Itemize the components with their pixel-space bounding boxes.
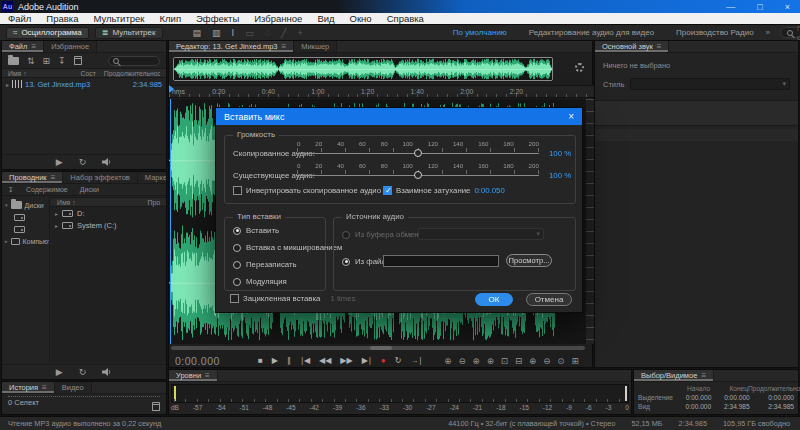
browse-button[interactable]: Просмотр... bbox=[506, 254, 552, 267]
workspace-overflow-button[interactable]: » bbox=[766, 28, 770, 37]
fast-forward-button[interactable]: ▶▶ bbox=[340, 356, 352, 365]
preview-play-button[interactable]: ▶ bbox=[56, 367, 63, 377]
subtab-drives[interactable]: Диски bbox=[80, 186, 99, 193]
ok-button[interactable]: ОК bbox=[475, 293, 513, 306]
tab-favorites[interactable]: Избранное bbox=[44, 41, 97, 52]
workspace-default[interactable]: По умолчанию bbox=[453, 28, 507, 37]
invert-copied-checkbox[interactable]: Инвертировать скопированное аудио bbox=[233, 186, 381, 195]
zoom-in-vertical-button[interactable]: ⊕ bbox=[529, 356, 536, 366]
radio-icon[interactable] bbox=[233, 261, 241, 269]
existing-audio-slider[interactable]: 020406080100120140160180200 bbox=[297, 162, 539, 178]
copied-audio-slider[interactable]: 020406080100120140160180200 bbox=[297, 140, 539, 156]
time-selection-tool-icon[interactable]: Ⅰ bbox=[232, 28, 235, 38]
play-button[interactable]: ▶ bbox=[272, 356, 278, 365]
level-meter[interactable] bbox=[171, 384, 629, 403]
files-search-input[interactable] bbox=[108, 56, 160, 66]
zoom-settings-button[interactable]: ⊞ bbox=[571, 356, 578, 366]
horizontal-scrollbar[interactable] bbox=[171, 346, 585, 350]
tab-mixer[interactable]: Микшер bbox=[294, 41, 337, 52]
speaker-icon[interactable] bbox=[102, 368, 112, 376]
playhead-marker[interactable] bbox=[169, 85, 174, 93]
amplitude-ruler[interactable] bbox=[586, 99, 594, 344]
copied-audio-value[interactable]: 100 % bbox=[549, 149, 571, 158]
rewind-button[interactable]: ◀◀ bbox=[319, 356, 331, 365]
restore-button[interactable]: □ bbox=[757, 2, 762, 12]
panel-menu-icon[interactable]: ≡ bbox=[657, 42, 662, 51]
crossfade-value[interactable]: 0:00.050 bbox=[474, 186, 504, 195]
spectral-display-icon[interactable]: ▤ bbox=[193, 28, 202, 38]
drive-row-c[interactable]: ▸ System (C:) bbox=[51, 219, 166, 231]
help-search-input[interactable]: Поиск в справке bbox=[780, 27, 800, 38]
loop-playback-button[interactable]: ↻ bbox=[395, 356, 402, 365]
crossfade-checkbox[interactable]: Взаимное затухание 0:00.050 bbox=[383, 186, 505, 195]
panel-menu-icon[interactable]: ≡ bbox=[701, 371, 706, 380]
drive-row-d[interactable]: ▸ D: bbox=[51, 207, 166, 219]
menu-item[interactable]: Мультитрек bbox=[93, 13, 144, 24]
tab-essential-sound[interactable]: Основной звук ≡ bbox=[595, 41, 669, 52]
zoom-in-at-outpoint-button[interactable]: ⊕ bbox=[487, 356, 494, 366]
zoom-full-button[interactable]: ⊟ bbox=[515, 356, 522, 366]
insert-to-multitrack-icon[interactable]: ↧ bbox=[58, 56, 66, 66]
brush-tool-icon[interactable]: ╱ bbox=[281, 28, 286, 38]
healing-tool-icon[interactable]: + bbox=[297, 28, 302, 38]
panel-menu-icon[interactable]: ≡ bbox=[282, 42, 287, 51]
skip-to-end-button[interactable]: ▶∣ bbox=[362, 356, 372, 365]
tree-item-computer[interactable]: ▸ Компьютер bbox=[2, 235, 49, 247]
paste-type-mix-radio[interactable]: Вставка с микшированием bbox=[233, 243, 342, 252]
radio-selected-icon[interactable] bbox=[233, 227, 241, 235]
panel-menu-icon[interactable]: ≡ bbox=[51, 173, 56, 182]
record-button[interactable]: ● bbox=[381, 356, 386, 365]
delete-file-icon[interactable] bbox=[74, 56, 82, 65]
existing-audio-value[interactable]: 100 % bbox=[549, 171, 571, 180]
row-expander-icon[interactable]: ▸ bbox=[55, 210, 58, 217]
radio-icon[interactable] bbox=[233, 244, 241, 252]
speaker-icon[interactable] bbox=[102, 158, 112, 166]
loop-paste-checkbox[interactable]: Зацикленная вставка 1 times bbox=[230, 294, 356, 303]
panel-menu-icon[interactable]: ≡ bbox=[31, 42, 36, 51]
row-expander-icon[interactable]: ▸ bbox=[6, 81, 9, 88]
zoom-out-vertical-button[interactable]: ⊖ bbox=[543, 356, 550, 366]
skip-selection-button[interactable]: →∣ bbox=[410, 356, 422, 365]
tab-selection-view[interactable]: Выбор/Видимое ≡ bbox=[634, 370, 714, 381]
zoom-to-selection-button[interactable]: ⊡ bbox=[501, 356, 508, 366]
new-file-icon[interactable]: ⊞ bbox=[43, 56, 51, 66]
tree-expander-icon[interactable]: ▸ bbox=[5, 238, 8, 244]
files-column-headers[interactable]: Имя ↑ Сост Продолжительнос bbox=[2, 68, 166, 78]
lasso-tool-icon[interactable]: ◌ bbox=[265, 28, 270, 38]
file-path-input[interactable] bbox=[383, 255, 499, 267]
tab-video[interactable]: Видео bbox=[55, 382, 92, 393]
pause-button[interactable]: ∥ bbox=[287, 356, 291, 365]
tree-item-drive-d[interactable] bbox=[2, 211, 49, 223]
tab-files[interactable]: Файл ≡ bbox=[2, 41, 44, 52]
from-clipboard-radio[interactable]: Из буфера обмена bbox=[342, 230, 423, 239]
menu-item[interactable]: Справка bbox=[387, 13, 424, 24]
history-item[interactable]: 0 Селект bbox=[2, 397, 166, 408]
tab-editor[interactable]: Редактор: 13. Get Jinxed.mp3 ≡ bbox=[169, 41, 294, 52]
minimize-button[interactable]: — bbox=[726, 2, 735, 12]
tab-levels[interactable]: Уровни ≡ bbox=[169, 370, 218, 381]
menu-item[interactable]: Клип bbox=[160, 13, 182, 24]
paste-type-insert-radio[interactable]: Вставить bbox=[233, 226, 279, 235]
row-expander-icon[interactable]: ▸ bbox=[55, 222, 58, 229]
open-file-icon[interactable] bbox=[8, 57, 19, 65]
close-button[interactable]: × bbox=[785, 2, 790, 12]
marquee-tool-icon[interactable]: ▭ bbox=[245, 28, 254, 38]
panel-menu-icon[interactable]: ≡ bbox=[205, 371, 210, 380]
file-row[interactable]: ▸ 13. Get Jinxed.mp3 2:34.985 bbox=[2, 78, 166, 90]
zoom-reset-button[interactable]: ⊙ bbox=[557, 356, 564, 366]
tab-markers[interactable]: Маркеры bbox=[138, 172, 166, 183]
zoom-navigator[interactable] bbox=[173, 57, 553, 81]
copied-audio-slider-thumb[interactable] bbox=[414, 149, 422, 157]
selection-row[interactable]: Выделение 0:00.000 0:00.000 0:00.000 bbox=[638, 393, 794, 402]
menu-item[interactable]: Избранное bbox=[254, 13, 302, 24]
dialog-titlebar[interactable]: Вставить микс × bbox=[216, 108, 582, 125]
pitch-display-icon[interactable]: ▥ bbox=[212, 28, 221, 38]
menu-item[interactable]: Окно bbox=[350, 13, 372, 24]
workspace-radio-production[interactable]: Производство Радио bbox=[676, 28, 754, 37]
playhead-time[interactable]: 0:00.000 bbox=[175, 355, 220, 367]
paste-type-overwrite-radio[interactable]: Перезаписать bbox=[233, 260, 297, 269]
tab-history[interactable]: История ≡ bbox=[2, 382, 55, 393]
tree-item-drives[interactable]: ▾ Диски bbox=[2, 199, 49, 211]
zoom-out-button[interactable]: ⊖ bbox=[458, 356, 465, 366]
import-icon[interactable]: ↧ bbox=[8, 186, 14, 194]
